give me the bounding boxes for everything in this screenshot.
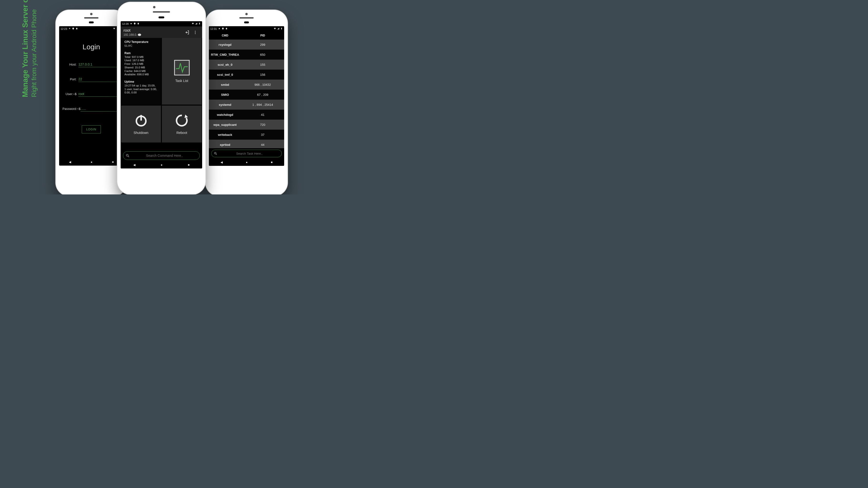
battery-icon (198, 23, 201, 25)
password-input[interactable] (81, 106, 122, 111)
cell-cmd: writeback (209, 133, 241, 136)
svg-point-8 (214, 152, 216, 154)
tasklist-search-input[interactable] (220, 152, 279, 155)
clipboard-icon (75, 27, 78, 30)
gear-icon (218, 27, 220, 30)
statusbar-time: 12:23 (61, 27, 67, 30)
ram-free: Free: 126.0 MB (124, 62, 158, 66)
gear-icon (68, 27, 71, 30)
svg-rect-12 (199, 23, 200, 25)
table-row[interactable]: writeback37 (209, 130, 284, 140)
nav-home-icon[interactable]: ● (161, 163, 162, 167)
phone-frame-login: 12:23 (56, 10, 127, 194)
cell-pid: 720 (241, 123, 284, 127)
host-label: Host: (62, 63, 79, 67)
table-row[interactable]: systemd1 , 894 , 25414 (209, 100, 284, 109)
shield-icon (222, 27, 224, 30)
uptime-heading: Uptime (124, 80, 158, 84)
table-row[interactable]: scsi_eh_0155 (209, 60, 284, 70)
svg-rect-7 (281, 28, 282, 28)
nav-home-icon[interactable]: ● (91, 160, 92, 164)
ram-total: Total: 937.0 MB (124, 55, 158, 59)
more-menu-button[interactable] (191, 30, 199, 35)
nav-back-icon[interactable]: ◀ (133, 163, 135, 167)
svg-point-4 (219, 28, 220, 29)
table-row[interactable]: smbd966 , 10432 (209, 79, 284, 90)
phone-frame-dashboard: 12:28 root 192.168.0. (117, 2, 206, 194)
promo-heading: Manage Your Linux Server or Devices (21, 0, 30, 97)
tasklist-tile[interactable]: Task List (162, 38, 202, 105)
tasklist-search[interactable] (211, 150, 282, 157)
svg-point-17 (195, 32, 196, 33)
command-search[interactable] (123, 151, 200, 160)
cell-pid: 1 , 894 , 25414 (241, 103, 284, 106)
cell-pid: 299 (241, 43, 284, 46)
column-pid: PID (241, 31, 284, 39)
svg-rect-13 (199, 23, 200, 23)
svg-rect-5 (226, 28, 227, 30)
user-label: User:~$ (62, 92, 79, 97)
android-navbar: ◀ ● ■ (209, 159, 284, 166)
svg-point-10 (130, 23, 132, 24)
table-row[interactable]: xprtiod44 (209, 140, 284, 148)
host-input[interactable] (79, 62, 120, 67)
cell-cmd: RTW_CMD_THREA (209, 53, 241, 57)
svg-point-16 (195, 31, 196, 31)
logout-button[interactable] (183, 30, 191, 35)
cpu-temp-heading: CPU Temperature (124, 40, 158, 43)
search-icon (214, 152, 217, 155)
screen-dashboard: 12:28 root 192.168.0. (121, 21, 202, 168)
table-row[interactable]: SMIO67 , 209 (209, 90, 284, 100)
battery-icon (280, 27, 283, 30)
activity-icon (174, 60, 190, 75)
svg-point-18 (195, 33, 196, 34)
table-row[interactable]: rsyslogd299 (209, 39, 284, 50)
clipboard-icon (225, 27, 228, 30)
cell-cmd: smbd (209, 83, 241, 87)
cell-pid: 156 (241, 73, 284, 76)
svg-marker-22 (184, 115, 188, 118)
svg-rect-6 (281, 28, 282, 30)
command-search-input[interactable] (132, 154, 197, 158)
table-row[interactable]: wpa_supplicant720 (209, 120, 284, 130)
statusbar-time: 12:28 (122, 23, 129, 25)
nav-recents-icon[interactable]: ■ (112, 160, 114, 164)
reboot-icon (175, 113, 189, 128)
svg-point-23 (126, 154, 128, 156)
cell-pid: 966 , 10432 (241, 83, 284, 87)
statusbar: 12:28 (121, 21, 202, 27)
tasklist-header: CMD PID (209, 31, 284, 39)
nav-home-icon[interactable]: ● (246, 161, 247, 164)
svg-line-24 (128, 156, 129, 157)
nav-back-icon[interactable]: ◀ (220, 161, 223, 164)
ram-cache: Cache: 644.0 MB (124, 69, 158, 73)
page-title: Login (62, 43, 120, 51)
cell-cmd: systemd (209, 103, 241, 106)
password-label: Password:~$ (62, 107, 81, 111)
shield-icon (72, 27, 74, 30)
nav-recents-icon[interactable]: ■ (188, 163, 189, 167)
reboot-tile[interactable]: Reboot (162, 105, 202, 142)
ram-used: Used: 167.0 MB (124, 59, 158, 62)
clipboard-icon (137, 23, 140, 25)
login-button[interactable]: LOGIN (82, 125, 101, 133)
nav-back-icon[interactable]: ◀ (69, 160, 71, 164)
user-input[interactable] (79, 91, 120, 97)
power-icon (134, 113, 148, 128)
shutdown-tile[interactable]: Shutdown (121, 105, 161, 142)
wifi-icon (113, 27, 115, 30)
svg-line-9 (216, 154, 217, 155)
table-row[interactable]: RTW_CMD_THREA650 (209, 50, 284, 60)
header-user: root (123, 28, 183, 33)
svg-rect-1 (76, 28, 77, 30)
system-info-tile: CPU Temperature 51.9'C Ram Total: 937.0 … (121, 38, 161, 105)
shutdown-label: Shutdown (133, 131, 148, 135)
table-row[interactable]: scsi_tmf_0156 (209, 70, 284, 79)
nav-recents-icon[interactable]: ■ (271, 161, 273, 164)
port-input[interactable] (79, 76, 120, 82)
ram-shared: Shared: 15.0 MB (124, 66, 158, 69)
table-row[interactable]: watchdogd41 (209, 109, 284, 120)
screen-login: 12:23 (59, 26, 123, 166)
cell-pid: 67 , 209 (241, 93, 284, 97)
redaction-icon (138, 34, 141, 36)
